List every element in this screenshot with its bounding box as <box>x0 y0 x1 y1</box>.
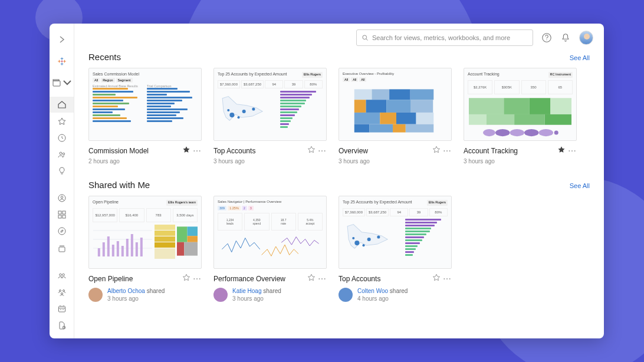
card-title: Overview <box>339 147 368 155</box>
person-icon <box>57 193 67 203</box>
thumbnail: Sales Navigator | Performance Overview 3… <box>213 196 327 269</box>
recent-card[interactable]: Account TrackingRC Instrument $2,276K$30… <box>464 68 577 164</box>
sidebar-item-external[interactable] <box>50 223 74 239</box>
sidebar-item-schedules[interactable] <box>50 301 74 317</box>
sidebar-item-groups[interactable] <box>50 285 74 300</box>
search-icon <box>362 34 369 41</box>
sidebar-item-personal[interactable] <box>50 190 74 206</box>
svg-point-62 <box>483 129 495 136</box>
favorite-button[interactable] <box>432 146 441 156</box>
recent-card[interactable]: Executive Overview - Profitability AllAl… <box>339 68 452 164</box>
star-icon <box>57 117 67 126</box>
recents-see-all-link[interactable]: See All <box>570 54 590 61</box>
collapse-sidebar-button[interactable] <box>50 32 74 47</box>
svg-rect-47 <box>380 113 396 124</box>
svg-rect-74 <box>112 245 114 256</box>
sidebar-item-collections[interactable] <box>50 241 74 256</box>
svg-point-34 <box>242 110 246 113</box>
card-more-button[interactable]: ⋯ <box>568 147 577 155</box>
svg-point-21 <box>58 228 65 235</box>
favorite-button[interactable] <box>557 146 566 156</box>
svg-point-36 <box>227 109 229 111</box>
svg-rect-46 <box>354 113 380 124</box>
svg-rect-83 <box>187 236 198 242</box>
favorite-button[interactable] <box>182 146 190 156</box>
svg-rect-79 <box>136 242 138 256</box>
recent-card[interactable]: Top 25 Accounts by Expected AmountEllis … <box>213 68 327 164</box>
sidebar-item-home[interactable] <box>50 97 74 112</box>
thumbnail: Open PipelineEllis Rogers's team $12,957… <box>88 196 202 269</box>
sidebar-item-explore[interactable] <box>50 207 74 222</box>
svg-rect-55 <box>504 98 530 114</box>
shared-by-avatar <box>339 288 353 302</box>
card-more-button[interactable]: ⋯ <box>193 147 202 155</box>
svg-rect-75 <box>117 241 119 256</box>
search-field[interactable] <box>356 29 533 46</box>
svg-point-37 <box>237 116 239 119</box>
card-timestamp: 3 hours ago <box>464 158 577 164</box>
svg-rect-38 <box>354 89 372 100</box>
card-more-button[interactable]: ⋯ <box>318 147 327 155</box>
shared-card[interactable]: Open PipelineEllis Rogers's team $12,957… <box>88 196 202 302</box>
sidebar-item-shared[interactable] <box>50 147 74 162</box>
thumbnail: Executive Overview - Profitability AllAl… <box>339 68 452 141</box>
notifications-button[interactable] <box>560 32 571 43</box>
shared-header: Shared with Me See All <box>88 180 590 190</box>
favorite-button[interactable] <box>307 274 316 284</box>
card-more-button[interactable]: ⋯ <box>443 147 452 155</box>
star-filled-icon <box>557 146 566 154</box>
compass-icon <box>57 226 67 236</box>
card-more-button[interactable]: ⋯ <box>443 275 452 283</box>
new-workbook-dropdown[interactable] <box>50 75 74 91</box>
topbar <box>74 24 604 50</box>
svg-point-65 <box>524 129 539 136</box>
search-input[interactable] <box>372 34 528 41</box>
svg-rect-19 <box>58 215 61 218</box>
svg-point-89 <box>352 237 354 239</box>
sidebar-item-recommendations[interactable] <box>50 163 74 179</box>
card-title: Performance Overview <box>213 275 285 283</box>
svg-rect-49 <box>416 113 434 124</box>
svg-point-13 <box>60 152 62 154</box>
favorite-button[interactable] <box>307 146 316 156</box>
card-more-button[interactable]: ⋯ <box>193 275 202 283</box>
svg-point-23 <box>59 274 61 276</box>
svg-rect-48 <box>396 113 416 124</box>
card-more-button[interactable]: ⋯ <box>318 275 327 283</box>
shared-card[interactable]: Sales Navigator | Performance Overview 3… <box>213 196 327 302</box>
chevron-right-icon <box>57 35 67 44</box>
shared-by-name[interactable]: Katie Hoag <box>232 288 261 294</box>
svg-point-27 <box>61 292 63 294</box>
svg-rect-57 <box>550 98 571 114</box>
help-button[interactable] <box>541 32 552 43</box>
svg-point-16 <box>61 196 63 198</box>
svg-point-30 <box>363 35 367 40</box>
bell-icon <box>560 32 571 43</box>
card-title: Top Accounts <box>213 147 255 155</box>
user-avatar[interactable] <box>579 31 593 45</box>
svg-rect-73 <box>107 236 110 256</box>
grid-icon <box>57 210 67 219</box>
shared-by-name[interactable]: Colten Woo <box>357 288 388 294</box>
svg-rect-59 <box>487 114 514 125</box>
favorite-button[interactable] <box>432 274 441 284</box>
svg-rect-84 <box>177 242 184 256</box>
star-outline-icon <box>307 274 316 282</box>
svg-rect-85 <box>184 242 198 256</box>
star-filled-icon <box>182 146 190 154</box>
star-outline-icon <box>432 146 441 154</box>
sidebar-item-jobs[interactable] <box>50 318 74 333</box>
tableau-logo-icon[interactable] <box>50 54 74 69</box>
sidebar-item-favorites[interactable] <box>50 114 74 129</box>
star-outline-icon <box>182 274 190 282</box>
content: Recents See All Sales Commission Model A… <box>74 50 604 331</box>
shared-by-name[interactable]: Alberto Ochoa <box>107 288 145 294</box>
shared-see-all-link[interactable]: See All <box>570 182 590 189</box>
favorite-button[interactable] <box>182 274 190 284</box>
svg-rect-60 <box>514 114 544 125</box>
svg-rect-20 <box>63 215 65 218</box>
shared-card[interactable]: Top 25 Accounts by Expected AmountEllis … <box>339 196 452 302</box>
sidebar-item-users[interactable] <box>50 268 74 284</box>
sidebar-item-recents[interactable] <box>50 130 74 146</box>
recent-card[interactable]: Sales Commission Model AllRegionSegment … <box>88 68 202 164</box>
